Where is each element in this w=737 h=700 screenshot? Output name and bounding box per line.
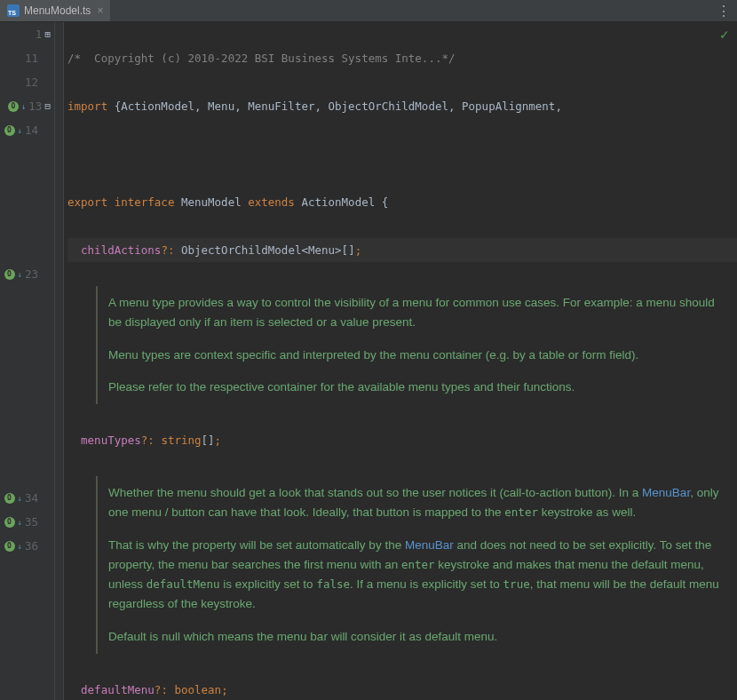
jsdoc-comment: A menu type provides a way to control th… — [96, 286, 737, 404]
doc-link[interactable]: MenuBar — [642, 486, 690, 499]
file-tab[interactable]: TS MenuModel.ts × — [0, 0, 110, 21]
override-gutter-icon[interactable]: O — [4, 269, 15, 280]
line-number-gutter[interactable]: 1⊞ 11 12 O↓13⊟ O↓14 O↓23 O↓34 O↓35 O↓36 — [0, 22, 55, 700]
fold-gutter[interactable] — [55, 22, 64, 700]
inspection-ok-icon[interactable]: ✓ — [719, 28, 730, 42]
file-tab-label: MenuModel.ts — [24, 4, 91, 17]
override-gutter-icon[interactable]: O — [4, 517, 15, 528]
editor-tabs-bar: TS MenuModel.ts × ⋮ — [0, 0, 737, 22]
code-editor[interactable]: ✓ 1⊞ 11 12 O↓13⊟ O↓14 O↓23 O↓34 O↓35 O↓3… — [0, 22, 737, 700]
jsdoc-comment: Whether the menu should get a look that … — [96, 476, 737, 654]
more-actions-icon[interactable]: ⋮ — [717, 3, 730, 20]
override-gutter-icon[interactable]: O — [4, 125, 15, 136]
code-content[interactable]: /* Copyright (c) 2010-2022 BSI Business … — [64, 22, 737, 700]
override-gutter-icon[interactable]: O — [4, 541, 15, 552]
close-tab-icon[interactable]: × — [97, 4, 103, 17]
override-gutter-icon[interactable]: O — [8, 101, 19, 112]
typescript-file-icon: TS — [7, 4, 20, 17]
override-gutter-icon[interactable]: O — [4, 493, 15, 504]
doc-link[interactable]: MenuBar — [405, 538, 454, 552]
